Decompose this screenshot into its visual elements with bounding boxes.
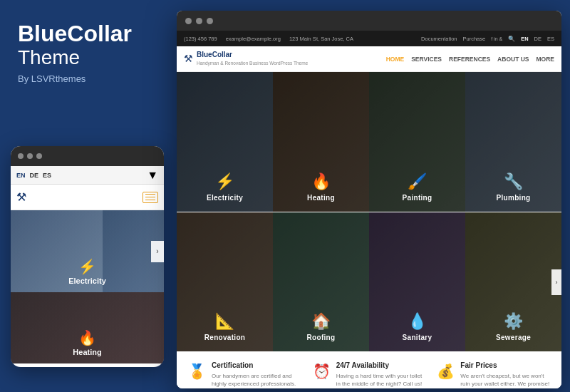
painting-icon: 🖌️ [408,172,427,191]
topbar-lang-de[interactable]: DE [534,36,542,42]
mobile-dot-1 [18,153,24,159]
painting-label: Painting [403,194,432,202]
menu-line-2 [145,197,155,197]
browser-dot-3 [207,18,213,24]
nav-home[interactable]: HOME [386,56,405,63]
service-sewerage[interactable]: ⚙️ Sewerage [465,212,561,351]
topbar-social-icons: f in & [491,36,502,41]
mobile-lang-bar: EN DE ES ▼ [11,166,164,185]
availability-title: 24/7 Availability [336,361,426,369]
brand-by: By LSVRthemes [18,73,153,84]
sanitary-label: Sanitary [403,334,432,341]
topbar-docs-link[interactable]: Documentation [421,36,457,42]
site-topbar: (123) 456 789 example@example.org 123 Ma… [177,31,561,46]
service-heating[interactable]: 🔥 Heating [273,72,369,212]
heating-icon-mobile: 🔥 [78,329,96,346]
topbar-right: Documentation Purchase f in & 🔍 EN DE ES [421,36,554,42]
service-roofing[interactable]: 🏠 Roofing [273,212,369,351]
lang-dropdown-icon[interactable]: ▼ [147,169,158,182]
site-navbar: ⚒ BlueCollar Handyman & Renovation Busin… [177,46,561,72]
certification-icon: 🏅 [188,363,206,380]
prices-desc: We aren't cheapest, but we won't ruin yo… [460,372,550,388]
roofing-icon: 🏠 [311,312,331,331]
mobile-top-bar [11,146,164,166]
certification-title: Certification [212,361,301,369]
roofing-label: Roofing [307,334,336,341]
lang-es[interactable]: ES [43,172,51,179]
heating-label-mobile: Heating [73,348,101,356]
services-next-arrow[interactable]: › [551,269,561,295]
brand-title: BlueCollar [18,21,153,46]
topbar-purchase-link[interactable]: Purchase [463,36,486,42]
nav-more[interactable]: MORE [537,56,555,63]
mobile-nav-bar: ⚒ [11,185,164,210]
brand-subtitle: Theme [18,46,153,69]
feature-certification: 🏅 Certification Our handymen are certifi… [188,361,301,388]
mobile-menu-icon[interactable] [142,192,158,203]
sewerage-icon: ⚙️ [504,312,523,331]
sanitary-icon: 💧 [408,312,427,331]
mobile-next-arrow[interactable]: › [151,241,164,262]
lang-en[interactable]: EN [16,172,26,179]
electricity-icon: ⚡ [215,172,234,191]
topbar-address: 123 Main St, San Jose, CA [289,36,353,42]
left-panel: BlueCollar Theme By LSVRthemes EN DE ES … [0,0,171,392]
menu-line-1 [145,194,155,195]
heating-label: Heating [307,194,335,202]
feature-prices: 💰 Fair Prices We aren't cheapest, but we… [437,361,550,388]
availability-content: 24/7 Availability Having a hard time wit… [336,361,426,388]
lang-de[interactable]: DE [30,172,39,179]
services-grid-top: ⚡ Electricity 🔥 Heating 🖌️ Painting 🔧 Pl… [177,72,561,212]
site-logo-area: ⚒ BlueCollar Handyman & Renovation Busin… [184,51,308,67]
menu-line-3 [145,200,155,200]
plumbing-icon: 🔧 [504,172,523,191]
certification-content: Certification Our handymen are certified… [212,361,301,388]
prices-icon: 💰 [437,363,455,380]
browser-dot-2 [196,18,202,24]
site-nav-links: HOME SERVICES REFERENCES ABOUT US MORE [386,56,554,63]
heating-icon: 🔥 [311,172,331,191]
browser-mockup: (123) 456 789 example@example.org 123 Ma… [177,11,561,388]
site-logo-text: BlueCollar Handyman & Renovation Busines… [197,51,308,67]
nav-about[interactable]: ABOUT US [497,56,529,63]
prices-title: Fair Prices [460,361,550,369]
availability-desc: Having a hard time with your toilet in t… [336,372,426,388]
service-plumbing[interactable]: 🔧 Plumbing [465,72,561,212]
browser-dot-1 [185,18,192,24]
features-section: 🏅 Certification Our handymen are certifi… [177,351,561,388]
plumbing-label: Plumbing [497,194,531,202]
certification-desc: Our handymen are certified and highly ex… [212,372,301,388]
topbar-phone: (123) 456 789 [184,36,217,42]
mobile-hero-heating: 🔥 Heating [11,292,164,363]
renovation-icon: 📐 [215,312,234,331]
electricity-icon-mobile: ⚡ [78,258,96,275]
browser-top-bar [177,11,561,31]
mobile-dot-3 [36,153,42,159]
feature-availability: ⏰ 24/7 Availability Having a hard time w… [313,361,426,388]
topbar-lang-es[interactable]: ES [547,36,554,42]
topbar-search-icon[interactable]: 🔍 [508,36,515,42]
renovation-label: Renovation [204,334,245,341]
mobile-mockup: EN DE ES ▼ ⚒ ⚡ Electricity › [11,146,164,367]
service-sanitary[interactable]: 💧 Sanitary [369,212,465,351]
mobile-hero-electricity: ⚡ Electricity › [11,210,164,292]
prices-content: Fair Prices We aren't cheapest, but we w… [460,361,550,388]
service-painting[interactable]: 🖌️ Painting [369,72,465,212]
site-logo-icon: ⚒ [184,53,193,64]
sewerage-label: Sewerage [496,334,531,341]
electricity-label-mobile: Electricity [68,277,106,285]
topbar-email: example@example.org [226,36,281,42]
topbar-lang-en[interactable]: EN [521,36,528,42]
nav-services[interactable]: SERVICES [411,56,442,63]
availability-icon: ⏰ [313,363,331,380]
mobile-dot-2 [27,153,33,159]
service-renovation[interactable]: 📐 Renovation [177,212,273,351]
electricity-label: Electricity [207,194,243,202]
mobile-logo-icon: ⚒ [16,190,26,204]
services-grid-bottom: 📐 Renovation 🏠 Roofing 💧 Sanitary ⚙️ Sew… [177,212,561,351]
service-electricity[interactable]: ⚡ Electricity [177,72,273,212]
nav-references[interactable]: REFERENCES [449,56,490,63]
